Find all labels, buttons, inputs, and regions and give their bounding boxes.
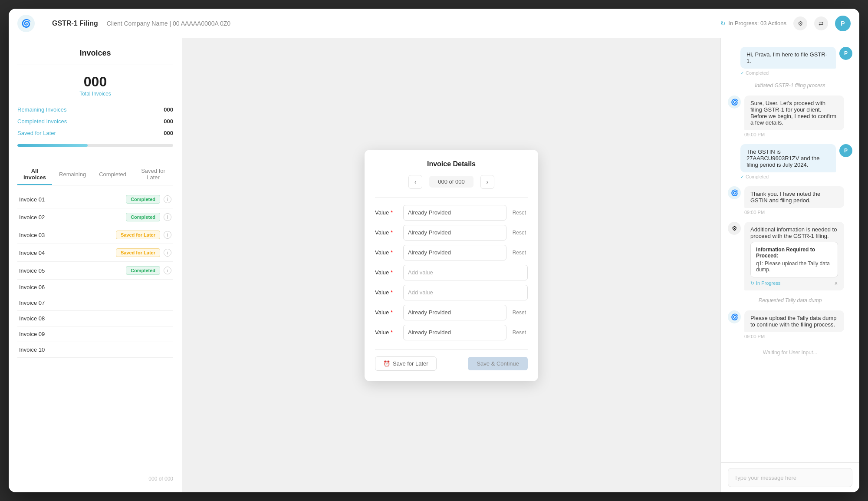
app-title: GSTR-1 Filing: [52, 20, 98, 27]
list-item[interactable]: Invoice 09: [17, 326, 173, 342]
bot-chat-avatar: 🌀: [728, 186, 741, 199]
chat-timestamp: 09:00 PM: [744, 334, 844, 339]
left-panel: Invoices 000 Total Invoices Remaining In…: [9, 38, 182, 492]
info-card-title: Information Required to Proceed:: [756, 247, 832, 259]
reset-button-3[interactable]: Reset: [511, 248, 528, 257]
stat-saved-label: Saved for Later: [17, 130, 56, 136]
invoice-name: Invoice 09: [19, 331, 45, 337]
list-item[interactable]: Invoice 08: [17, 311, 173, 326]
system-event-1: Initiated GSTR-1 filing process: [728, 82, 852, 89]
info-card: Information Required to Proceed: q1: Ple…: [750, 242, 838, 277]
info-icon[interactable]: i: [164, 195, 171, 203]
save-continue-button[interactable]: Save & Continue: [468, 357, 528, 370]
info-icon[interactable]: i: [164, 231, 171, 239]
reset-button-2[interactable]: Reset: [511, 228, 528, 237]
settings-icon[interactable]: ⚙: [793, 16, 807, 30]
field-label-2: Value *: [375, 229, 399, 236]
status-badge: Saved for Later: [116, 248, 160, 257]
chat-messages: Hi, Prava. I'm here to file GSTR-1. ✓ Co…: [721, 38, 859, 462]
total-invoices-count: 000: [17, 74, 173, 90]
field-input-5[interactable]: [403, 285, 528, 300]
bot-chat-avatar: 🌀: [728, 96, 741, 109]
chat-bubble: The GSTIN is 27AABCU9603R1ZV and the fil…: [740, 144, 836, 172]
next-arrow-button[interactable]: ›: [480, 175, 494, 189]
chat-timestamp: 09:00 PM: [744, 132, 844, 137]
logo: 🌀: [17, 15, 35, 32]
stat-completed: Completed Invoices 000: [17, 115, 173, 127]
save-for-later-button[interactable]: ⏰ Save for Later: [375, 356, 437, 371]
status-badge: Completed: [126, 213, 160, 221]
field-input-4[interactable]: [403, 265, 528, 280]
switch-icon[interactable]: ⇄: [814, 16, 828, 30]
form-row-3: Value * Reset: [375, 245, 528, 260]
invoice-tabs: All Invoices Remaining Completed Saved f…: [17, 164, 173, 185]
stat-saved-value: 000: [164, 130, 173, 136]
chat-input[interactable]: [728, 468, 852, 487]
tab-remaining[interactable]: Remaining: [53, 164, 92, 185]
user-avatar[interactable]: P: [835, 16, 851, 31]
status-badge: Completed: [126, 195, 160, 204]
stats-section: 000 Total Invoices Remaining Invoices 00…: [17, 74, 173, 147]
field-input-6[interactable]: [403, 305, 506, 320]
field-input-3[interactable]: [403, 245, 506, 260]
field-label-5: Value *: [375, 289, 399, 296]
modal-divider: [375, 198, 528, 198]
list-item[interactable]: Invoice 07: [17, 295, 173, 311]
list-item[interactable]: Invoice 05 Completed i: [17, 262, 173, 280]
field-input-2[interactable]: [403, 225, 506, 241]
modal-counter: 000 of 000: [429, 176, 473, 188]
field-label-3: Value *: [375, 249, 399, 256]
field-input-7[interactable]: [403, 325, 506, 340]
field-label-6: Value *: [375, 309, 399, 316]
info-icon[interactable]: i: [164, 249, 171, 257]
form-row-7: Value * Reset: [375, 325, 528, 340]
invoice-name: Invoice 01: [19, 196, 45, 203]
stat-saved: Saved for Later 000: [17, 127, 173, 139]
list-item[interactable]: Invoice 10: [17, 342, 173, 358]
reset-button-1[interactable]: Reset: [511, 208, 528, 218]
chat-message-bot-1: 🌀 Sure, User. Let's proceed with filing …: [728, 96, 852, 137]
info-icon[interactable]: i: [164, 267, 171, 274]
tab-saved-for-later[interactable]: Saved for Later: [133, 164, 173, 185]
app-subtitle: Client Company Name | 00 AAAAA0000A 0Z0: [107, 20, 230, 27]
status-badge: Completed: [126, 266, 160, 275]
spinner-icon: ↻: [720, 20, 726, 27]
chat-input-area: [721, 462, 859, 492]
tab-all-invoices[interactable]: All Invoices: [17, 164, 52, 185]
invoice-details-modal: Invoice Details ‹ 000 of 000 › Value * R…: [365, 150, 538, 381]
reset-button-6[interactable]: Reset: [511, 308, 528, 317]
tab-completed[interactable]: Completed: [93, 164, 132, 185]
user-chat-avatar: P: [839, 47, 852, 60]
chat-bubble: Additional information is needed to proc…: [744, 222, 844, 290]
divider-1: [17, 65, 173, 65]
stat-remaining-label: Remaining Invoices: [17, 106, 66, 113]
info-icon[interactable]: i: [164, 213, 171, 221]
bot-chat-avatar: 🌀: [728, 310, 741, 323]
form-row-5: Value *: [375, 285, 528, 300]
list-item[interactable]: Invoice 04 Saved for Later i: [17, 244, 173, 262]
field-label-1: Value *: [375, 209, 399, 216]
list-item[interactable]: Invoice 02 Completed i: [17, 208, 173, 226]
clock-icon: ⏰: [383, 360, 390, 367]
modal-footer: ⏰ Save for Later Save & Continue: [375, 349, 528, 371]
reset-button-7[interactable]: Reset: [511, 328, 528, 337]
user-chat-avatar: P: [839, 144, 852, 157]
chat-timestamp: ✓ Completed: [740, 70, 836, 76]
form-row-1: Value * Reset: [375, 205, 528, 221]
field-input-1[interactable]: [403, 205, 506, 221]
prev-arrow-button[interactable]: ‹: [408, 175, 422, 189]
stat-completed-label: Completed Invoices: [17, 118, 67, 125]
info-card-body: q1: Please upload the Tally data dump.: [756, 260, 832, 273]
invoice-item-right: Completed i: [126, 266, 171, 275]
form-row-2: Value * Reset: [375, 225, 528, 241]
stat-remaining: Remaining Invoices 000: [17, 104, 173, 115]
form-row-6: Value * Reset: [375, 305, 528, 320]
center-area: Invoice Details ‹ 000 of 000 › Value * R…: [182, 38, 720, 492]
invoice-item-right: Completed i: [126, 195, 171, 204]
modal-title: Invoice Details: [375, 160, 528, 168]
right-panel: Hi, Prava. I'm here to file GSTR-1. ✓ Co…: [720, 38, 859, 492]
list-item[interactable]: Invoice 03 Saved for Later i: [17, 226, 173, 244]
list-item[interactable]: Invoice 06: [17, 280, 173, 295]
list-item[interactable]: Invoice 01 Completed i: [17, 191, 173, 208]
chat-timestamp: 09:00 PM: [744, 210, 844, 215]
